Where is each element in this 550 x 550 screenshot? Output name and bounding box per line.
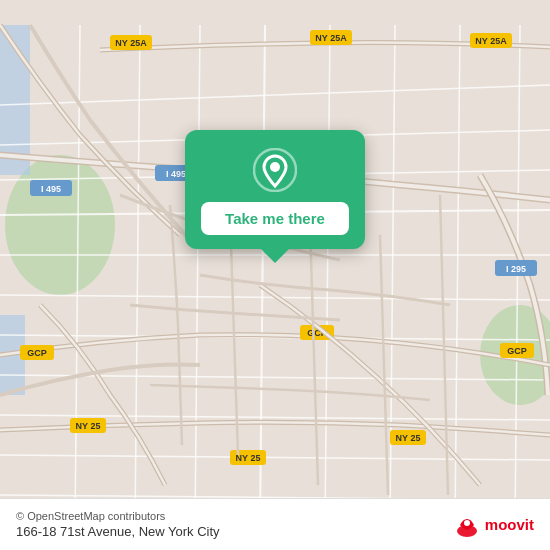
map-container: I 495 I 495 NY 25A NY 25A NY 25A I 295 G…: [0, 0, 550, 550]
svg-point-1: [5, 155, 115, 295]
svg-text:NY 25A: NY 25A: [475, 36, 507, 46]
moovit-logo: moovit: [453, 511, 534, 539]
svg-text:NY 25A: NY 25A: [315, 33, 347, 43]
svg-text:NY 25: NY 25: [236, 453, 261, 463]
svg-text:NY 25A: NY 25A: [115, 38, 147, 48]
bottom-bar: © OpenStreetMap contributors 166-18 71st…: [0, 498, 550, 550]
svg-text:I 495: I 495: [166, 169, 186, 179]
moovit-brand-name: moovit: [485, 516, 534, 533]
svg-text:GCP: GCP: [507, 346, 527, 356]
pin-icon: [253, 148, 297, 192]
svg-point-49: [270, 162, 280, 172]
map-attribution: © OpenStreetMap contributors: [16, 510, 220, 522]
svg-text:NY 25: NY 25: [76, 421, 101, 431]
svg-text:I 295: I 295: [506, 264, 526, 274]
svg-point-51: [464, 520, 470, 526]
svg-text:NY 25: NY 25: [396, 433, 421, 443]
map-background: I 495 I 495 NY 25A NY 25A NY 25A I 295 G…: [0, 0, 550, 550]
svg-text:I 495: I 495: [41, 184, 61, 194]
moovit-logo-icon: [453, 511, 481, 539]
location-card: Take me there: [185, 130, 365, 249]
address-label: 166-18 71st Avenue, New York City: [16, 524, 220, 539]
take-me-there-button[interactable]: Take me there: [201, 202, 349, 235]
svg-text:GCP: GCP: [27, 348, 47, 358]
